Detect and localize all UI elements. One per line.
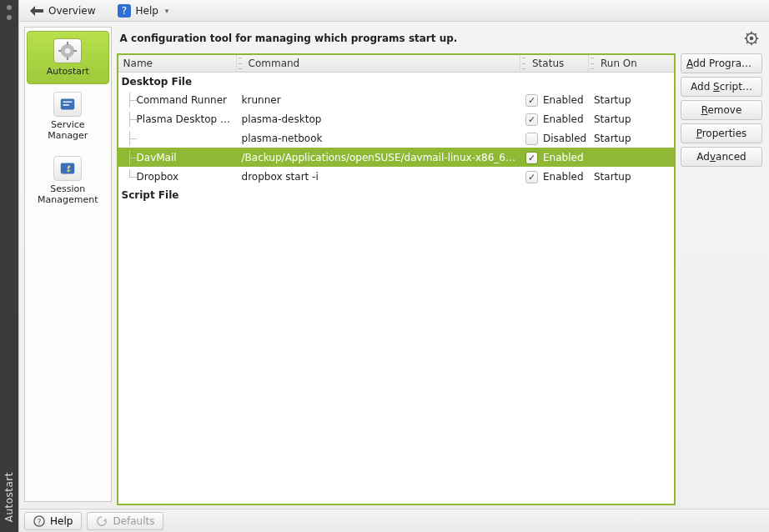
panel-body: Name Command Status Run On Desktop FileC… (117, 53, 762, 505)
sidebar-item-autostart[interactable]: Autostart (27, 31, 109, 84)
tree-branch-icon (123, 112, 137, 127)
settings-gear-icon[interactable] (744, 31, 759, 46)
sidebar-item-label: Autostart (47, 66, 89, 77)
cell-command: plasma-netbook (237, 131, 520, 146)
tree-branch-icon (123, 150, 137, 165)
rail-title: Autostart (3, 472, 15, 522)
table-body: Desktop FileCommand Runnerkrunner✓Enable… (118, 73, 674, 504)
svg-text:?: ? (121, 5, 126, 17)
table-section-header[interactable]: Desktop File (118, 73, 674, 90)
svg-line-19 (755, 42, 756, 43)
table-row[interactable]: Plasma Desktop W…plasma-desktop✓EnabledS… (118, 109, 674, 128)
enabled-checkbox[interactable] (525, 133, 538, 145)
cell-name: DavMail (118, 148, 237, 167)
help-button[interactable]: ? Help (24, 512, 82, 530)
rail-dot (7, 15, 12, 20)
col-header-name[interactable]: Name (118, 55, 237, 72)
page-heading: A configuration tool for managing which … (120, 33, 458, 44)
cell-status: ✓Enabled (520, 169, 589, 185)
cell-runon: Startup (589, 93, 674, 108)
defaults-button[interactable]: Defaults (87, 512, 163, 530)
cell-command: dropbox start -i (237, 169, 520, 184)
cell-name (118, 129, 237, 148)
cell-status: ✓Enabled (520, 93, 589, 108)
svg-rect-6 (58, 50, 62, 52)
bottom-bar: ? Help Defaults (19, 509, 769, 532)
properties-button[interactable]: Properties (681, 123, 762, 143)
table-row[interactable]: plasma-netbookDisabledStartup (118, 128, 674, 148)
cell-status: ✓Enabled (520, 150, 589, 166)
table-row[interactable]: Dropboxdropbox start -i✓EnabledStartup (118, 167, 674, 186)
heading-row: A configuration tool for managing which … (117, 27, 762, 50)
content-area: Autostart Service Manager Session Manage… (19, 22, 769, 505)
cell-runon: Startup (589, 131, 674, 146)
svg-text:?: ? (38, 517, 42, 525)
svg-rect-4 (67, 42, 68, 45)
remove-button[interactable]: Remove (681, 100, 762, 120)
table-row[interactable]: DavMail/Backup/Applications/openSUSE/dav… (118, 148, 674, 167)
table-row[interactable]: Command Runnerkrunner✓EnabledStartup (118, 90, 674, 109)
cell-status: Disabled (520, 131, 589, 147)
sidebar: Autostart Service Manager Session Manage… (24, 27, 112, 502)
table-header: Name Command Status Run On (118, 55, 674, 73)
help-label: Help (136, 5, 158, 17)
tree-branch-icon (123, 93, 137, 108)
tree-branch-icon (123, 131, 137, 146)
enabled-checkbox[interactable]: ✓ (525, 171, 538, 183)
gear-icon (53, 38, 82, 63)
add-program-button[interactable]: Add Program… (681, 53, 762, 73)
add-script-button[interactable]: Add Script… (681, 77, 762, 97)
cell-runon: Startup (589, 112, 674, 127)
sidebar-item-label: Service Manager (31, 119, 105, 141)
left-rail: Autostart (0, 0, 18, 532)
cell-name: Plasma Desktop W… (118, 110, 237, 128)
enabled-checkbox[interactable]: ✓ (525, 113, 538, 126)
reset-icon (96, 515, 108, 527)
main-panel: A configuration tool for managing which … (117, 27, 764, 505)
sidebar-item-label: Session Management (31, 183, 105, 205)
svg-line-18 (746, 33, 748, 35)
cell-command: /Backup/Applications/openSUSE/davmail-li… (237, 150, 520, 165)
svg-rect-7 (74, 50, 78, 52)
back-arrow-icon (30, 6, 43, 16)
help-bubble-icon: ? (33, 515, 45, 527)
svg-point-13 (750, 37, 754, 41)
table-section-header[interactable]: Script File (118, 186, 674, 203)
cell-status: ✓Enabled (520, 112, 589, 128)
wrench-icon (53, 156, 82, 181)
cell-runon (589, 156, 674, 159)
svg-point-3 (65, 48, 70, 53)
svg-rect-10 (63, 104, 69, 106)
action-buttons: Add Program… Add Script… Remove Properti… (681, 53, 762, 505)
svg-line-20 (755, 33, 756, 35)
col-header-command[interactable]: Command (237, 55, 520, 72)
overview-button[interactable]: Overview (23, 3, 103, 19)
help-menu-button[interactable]: ? Help ▾ (110, 2, 177, 20)
cell-name: Command Runner (118, 91, 237, 109)
cell-name: Dropbox (118, 168, 237, 186)
service-icon (53, 92, 82, 117)
window: Overview ? Help ▾ Autostart Servi (18, 0, 769, 532)
col-header-runon[interactable]: Run On (589, 55, 674, 72)
overview-label: Overview (48, 5, 96, 17)
sidebar-item-session-management[interactable]: Session Management (28, 149, 108, 212)
cell-command: plasma-desktop (237, 112, 520, 127)
enabled-checkbox[interactable]: ✓ (525, 94, 538, 107)
cell-command: krunner (237, 93, 520, 108)
svg-rect-5 (67, 57, 68, 60)
topbar: Overview ? Help ▾ (19, 0, 769, 22)
svg-line-21 (746, 42, 748, 43)
rail-dot (7, 5, 12, 10)
sidebar-item-service-manager[interactable]: Service Manager (28, 85, 108, 148)
tree-branch-icon (123, 169, 137, 184)
svg-rect-9 (63, 101, 73, 103)
help-icon: ? (118, 4, 131, 18)
cell-runon: Startup (589, 169, 674, 184)
col-header-status[interactable]: Status (520, 55, 589, 72)
chevron-down-icon: ▾ (165, 7, 169, 15)
advanced-button[interactable]: Advanced (681, 147, 762, 167)
enabled-checkbox[interactable]: ✓ (525, 152, 538, 164)
autostart-table[interactable]: Name Command Status Run On Desktop FileC… (117, 53, 676, 505)
